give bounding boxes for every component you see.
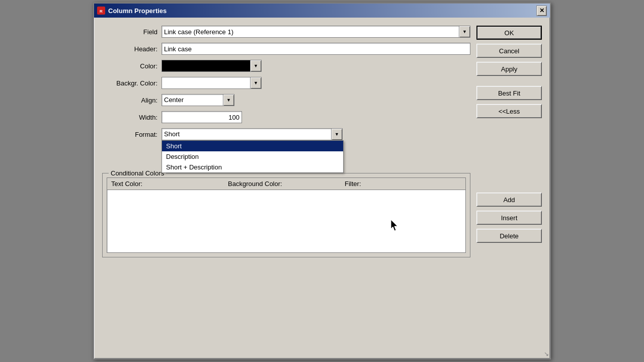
backgr-color-dropdown-btn[interactable] <box>250 77 261 88</box>
backgr-color-row: Backgr. Color: <box>102 77 470 89</box>
insert-button[interactable]: Insert <box>476 211 542 225</box>
delete-button[interactable]: Delete <box>476 229 542 243</box>
app-icon: R <box>97 7 105 15</box>
align-select-text: Center <box>162 95 223 106</box>
column-properties-dialog: R Column Properties ✕ Field Link case (R… <box>93 3 551 359</box>
col-bg-color-header: Background Color: <box>228 180 345 188</box>
align-row: Align: Center <box>102 94 470 106</box>
field-dropdown-arrow[interactable] <box>459 26 470 37</box>
format-row: Format: Short <box>102 128 470 140</box>
color-swatch <box>162 60 250 71</box>
left-panel: Field Link case (Reference 1) Header: Co… <box>102 26 470 257</box>
title-bar-left: R Column Properties <box>97 7 167 15</box>
format-section: Format: Short Short Description Short + … <box>102 128 470 140</box>
conditional-colors-table: Text Color: Background Color: Filter: <box>107 177 466 253</box>
format-select-text: Short <box>162 129 331 140</box>
format-select[interactable]: Short <box>162 128 343 140</box>
resize-handle[interactable]: ↘ <box>544 350 549 357</box>
best-fit-button[interactable]: Best Fit <box>476 86 542 100</box>
header-label: Header: <box>102 45 157 53</box>
svg-text:R: R <box>100 9 103 14</box>
backgr-color-swatch-wrapper[interactable] <box>162 77 262 89</box>
cancel-button[interactable]: Cancel <box>476 44 542 58</box>
width-input[interactable] <box>162 111 242 123</box>
title-bar: R Column Properties ✕ <box>94 4 550 18</box>
dialog-title: Column Properties <box>108 7 167 15</box>
width-label: Width: <box>102 114 157 121</box>
field-row: Field Link case (Reference 1) <box>102 26 470 38</box>
color-swatch-wrapper[interactable] <box>162 60 262 72</box>
format-option-short[interactable]: Short <box>162 141 343 151</box>
align-select[interactable]: Center <box>162 94 234 106</box>
color-row: Color: <box>102 60 470 72</box>
add-button[interactable]: Add <box>476 193 542 207</box>
less-button[interactable]: <<Less <box>476 104 542 118</box>
right-panel: OK Cancel Apply Best Fit <<Less Add Inse… <box>476 26 542 257</box>
header-input[interactable] <box>162 43 470 55</box>
format-label: Format: <box>102 131 157 138</box>
format-dropdown-list: Short Description Short + Description <box>162 140 344 173</box>
format-dropdown-btn[interactable] <box>331 129 342 140</box>
ok-button[interactable]: OK <box>476 26 542 40</box>
col-filter-header: Filter: <box>345 180 461 188</box>
close-button[interactable]: ✕ <box>536 6 547 16</box>
align-dropdown-arrow[interactable] <box>223 95 234 106</box>
field-select-text: Link case (Reference 1) <box>162 28 459 36</box>
color-label: Color: <box>102 62 157 70</box>
apply-button[interactable]: Apply <box>476 62 542 76</box>
dialog-body: Field Link case (Reference 1) Header: Co… <box>94 18 550 265</box>
col-text-color-header: Text Color: <box>111 180 228 188</box>
backgr-color-swatch <box>162 77 250 88</box>
conditional-table-header: Text Color: Background Color: Filter: <box>107 178 465 190</box>
header-row: Header: <box>102 43 470 55</box>
conditional-colors-legend: Conditional Colors <box>109 169 166 177</box>
format-option-short-desc[interactable]: Short + Description <box>162 162 343 172</box>
width-row: Width: <box>102 111 470 123</box>
conditional-colors-section: Conditional Colors Text Color: Backgroun… <box>102 173 470 257</box>
backgr-color-label: Backgr. Color: <box>102 79 157 87</box>
format-option-description[interactable]: Description <box>162 151 343 162</box>
color-dropdown-btn[interactable] <box>250 60 261 71</box>
align-label: Align: <box>102 97 157 104</box>
field-label: Field <box>102 28 157 36</box>
field-select[interactable]: Link case (Reference 1) <box>162 26 470 38</box>
